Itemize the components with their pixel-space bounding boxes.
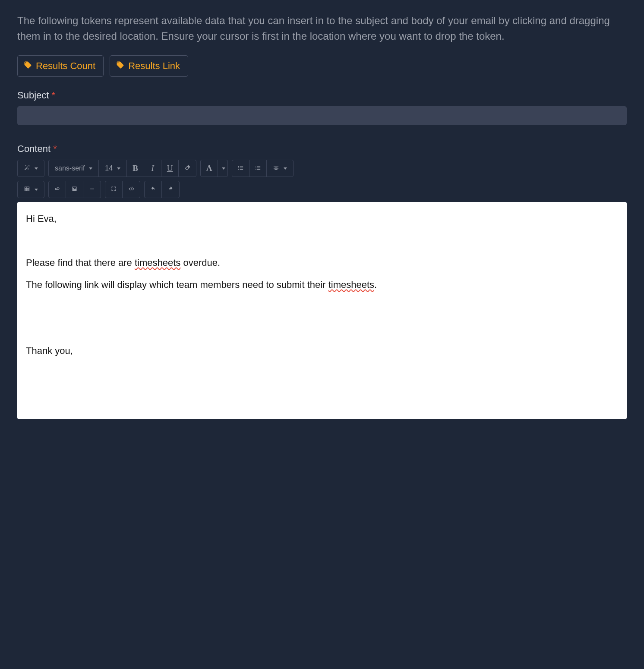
chevron-down-icon bbox=[35, 167, 38, 170]
token-label: Results Count bbox=[36, 60, 95, 72]
insert-link-button[interactable] bbox=[49, 181, 66, 198]
undo-button[interactable] bbox=[145, 181, 162, 198]
font-color-button[interactable]: A bbox=[201, 160, 218, 177]
chevron-down-icon bbox=[35, 189, 38, 191]
chevron-down-icon bbox=[89, 167, 92, 170]
chevron-down-icon bbox=[284, 167, 287, 170]
clear-formatting-button[interactable] bbox=[179, 160, 196, 177]
underline-button[interactable]: U bbox=[161, 160, 179, 177]
results-link-token[interactable]: Results Link bbox=[110, 55, 188, 77]
results-count-token[interactable]: Results Count bbox=[17, 55, 104, 77]
tag-icon bbox=[116, 60, 124, 72]
image-icon bbox=[71, 186, 78, 194]
content-editor[interactable]: Hi Eva, Please find that there are times… bbox=[17, 202, 627, 419]
subject-label: Subject * bbox=[17, 90, 627, 101]
code-view-button[interactable] bbox=[123, 181, 140, 198]
paragraph-align-dropdown[interactable] bbox=[267, 160, 293, 177]
link-icon bbox=[54, 186, 60, 194]
token-description: The following tokens represent available… bbox=[17, 13, 627, 44]
token-buttons: Results Count Results Link bbox=[17, 55, 627, 77]
tag-icon bbox=[24, 60, 32, 72]
editor-toolbar-row1: sans-serif 14 B I U A bbox=[17, 160, 627, 177]
table-icon bbox=[24, 186, 30, 194]
insert-image-button[interactable] bbox=[66, 181, 83, 198]
bold-button[interactable]: B bbox=[127, 160, 144, 177]
editor-toolbar-row2 bbox=[17, 181, 627, 198]
list-ul-icon bbox=[237, 164, 244, 173]
code-icon bbox=[128, 186, 135, 194]
eraser-icon bbox=[184, 164, 191, 173]
font-family-value: sans-serif bbox=[55, 164, 85, 172]
fullscreen-button[interactable] bbox=[105, 181, 123, 198]
font-color-dropdown[interactable] bbox=[218, 160, 227, 177]
content-label: Content * bbox=[17, 143, 627, 155]
style-wand-dropdown[interactable] bbox=[18, 160, 44, 177]
magic-wand-icon bbox=[24, 164, 30, 173]
undo-icon bbox=[150, 186, 156, 194]
ordered-list-button[interactable] bbox=[249, 160, 267, 177]
required-indicator: * bbox=[53, 143, 57, 154]
redo-icon bbox=[167, 186, 174, 194]
unordered-list-button[interactable] bbox=[232, 160, 249, 177]
required-indicator: * bbox=[52, 90, 56, 101]
align-icon bbox=[273, 164, 279, 173]
token-label: Results Link bbox=[128, 60, 180, 72]
table-dropdown[interactable] bbox=[18, 181, 44, 198]
font-size-dropdown[interactable]: 14 bbox=[99, 160, 127, 177]
horizontal-rule-button[interactable] bbox=[83, 181, 101, 198]
font-size-value: 14 bbox=[105, 164, 113, 172]
chevron-down-icon bbox=[222, 167, 225, 170]
redo-button[interactable] bbox=[162, 181, 179, 198]
italic-button[interactable]: I bbox=[144, 160, 161, 177]
minus-icon bbox=[89, 186, 95, 194]
font-family-dropdown[interactable]: sans-serif bbox=[49, 160, 99, 177]
subject-input[interactable] bbox=[17, 106, 627, 125]
list-ol-icon bbox=[255, 164, 261, 173]
chevron-down-icon bbox=[117, 167, 120, 170]
fullscreen-icon bbox=[110, 186, 117, 194]
